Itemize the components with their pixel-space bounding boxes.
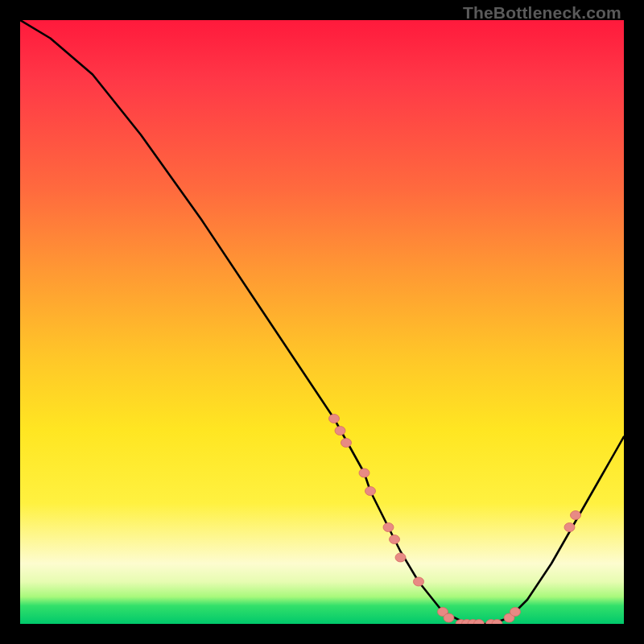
- curve-marker: [438, 608, 448, 617]
- curve-marker: [335, 427, 345, 436]
- marker-group: [329, 415, 581, 625]
- curve-marker: [504, 613, 514, 622]
- curve-marker: [444, 613, 454, 622]
- curve-marker: [510, 608, 521, 617]
- curve-marker: [492, 620, 502, 625]
- curve-marker: [468, 620, 478, 625]
- curve-marker: [564, 523, 575, 532]
- curve-marker: [571, 511, 581, 520]
- figure-canvas: TheBottleneck.com: [0, 0, 644, 644]
- bottleneck-curve: [20, 20, 624, 624]
- plot-area: [20, 20, 624, 624]
- curve-marker: [414, 577, 424, 586]
- curve-marker: [341, 439, 352, 448]
- curve-marker: [359, 469, 369, 477]
- curve-marker: [390, 535, 400, 544]
- curve-marker: [365, 487, 376, 496]
- curve-marker: [329, 415, 340, 423]
- curve-marker: [474, 620, 485, 625]
- curve-marker: [456, 620, 466, 625]
- curve-marker: [462, 620, 473, 625]
- chart-svg: [20, 20, 624, 624]
- curve-marker: [395, 553, 406, 562]
- curve-marker: [486, 620, 497, 625]
- curve-marker: [383, 523, 394, 532]
